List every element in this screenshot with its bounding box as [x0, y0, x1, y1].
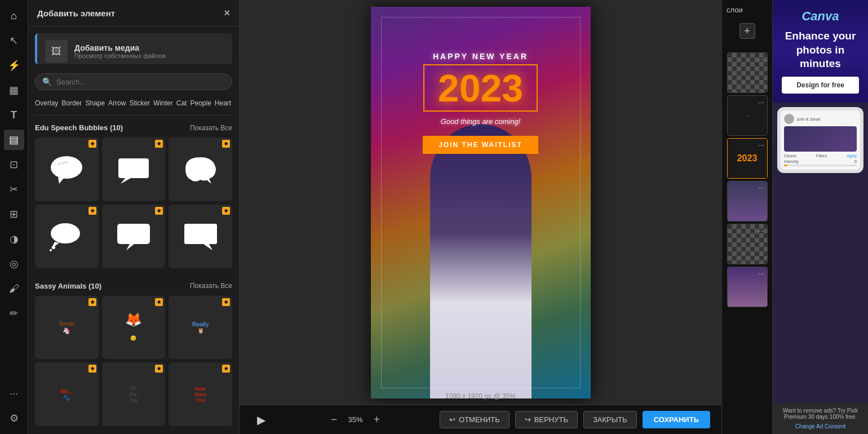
redo-button[interactable]: ↪ ВЕРНУТЬ	[515, 411, 578, 428]
sticker-bubble-1[interactable]: ★	[35, 138, 99, 201]
canva-cta-button[interactable]: Design for free	[782, 77, 859, 94]
circle-half-icon[interactable]: ◑	[4, 229, 24, 249]
phone-filters: Filters	[816, 154, 827, 158]
lightning-icon[interactable]: ⚡	[4, 55, 24, 76]
layer-more-icon[interactable]: ···	[758, 141, 765, 149]
premium-badge: ★	[222, 207, 230, 215]
layer-item-2[interactable]: ··· ···	[727, 95, 768, 136]
filter-border[interactable]: Border	[61, 98, 82, 108]
filter-arrow[interactable]: Arrow	[108, 98, 126, 108]
zoom-out-button[interactable]: −	[331, 413, 338, 426]
add-layer-button[interactable]: +	[739, 23, 755, 39]
sassy-sticker-2[interactable]: ★ 🦊😏	[102, 296, 166, 360]
layer-more-icon[interactable]: ···	[758, 269, 765, 277]
canvas-container[interactable]: › HAPPY NEW YEAR 2023 Good things are co…	[240, 0, 721, 405]
filter-overlay[interactable]: Overlay	[35, 98, 58, 108]
premium-badge: ★	[88, 298, 96, 306]
svg-marker-15	[203, 244, 212, 250]
crop-icon[interactable]: ⊡	[4, 154, 24, 175]
sticker-bubble-6[interactable]: ★	[169, 205, 232, 268]
layer-more-icon[interactable]: ···	[758, 184, 765, 192]
sassy-sticker-3[interactable]: ★ Really🦉	[169, 296, 232, 360]
filter-winter[interactable]: Winter	[153, 98, 173, 108]
zoom-in-button[interactable]: +	[374, 413, 380, 426]
svg-point-8	[51, 223, 80, 243]
woman-photo	[371, 124, 591, 398]
filter-sticker[interactable]: Sticker	[129, 98, 150, 108]
close-button[interactable]: ЗАКРЫТЬ	[583, 411, 637, 428]
undo-arrow: ↩	[449, 415, 455, 424]
sticker-bubble-5[interactable]: ★	[102, 205, 166, 268]
edu-section-title: Edu Speech Bubbles (10)	[35, 123, 123, 132]
sticker-bubble-2[interactable]: ★	[102, 138, 166, 201]
cursor-icon[interactable]: ↖	[4, 30, 24, 51]
bubble-svg-1	[47, 153, 86, 187]
phone-avatar-1	[784, 114, 794, 124]
premium-badge: ★	[155, 365, 163, 373]
layer-item-6[interactable]: ···	[727, 267, 768, 307]
sticker-bubble-4[interactable]: ★	[35, 205, 99, 268]
media-icon: 🖼	[45, 40, 68, 63]
svg-rect-14	[184, 224, 217, 244]
add-element-panel: Добавить элемент × 🖼 Добавить медиа Прос…	[28, 0, 240, 434]
save-button[interactable]: СОХРАНИТЬ	[643, 411, 710, 428]
grid-icon[interactable]: ▦	[4, 80, 24, 100]
bubble-svg-6	[181, 219, 220, 253]
add-media-button[interactable]: 🖼 Добавить медиа Просмотр собственных фа…	[37, 33, 232, 64]
sassy-sticker-1[interactable]: ★ Snob🦄	[35, 296, 99, 360]
play-button[interactable]: ▶	[251, 410, 271, 430]
premium-badge: ★	[88, 365, 96, 373]
sassy-sticker-6[interactable]: ★ HowDareYou	[169, 362, 232, 426]
edu-speech-section: Edu Speech Bubbles (10) Показать Все ★ ★	[28, 118, 239, 276]
layer-more-icon[interactable]: ···	[758, 98, 765, 106]
undo-button[interactable]: ↩ ОТМЕНИТЬ	[440, 411, 510, 428]
layer-more-icon[interactable]: ···	[758, 227, 765, 234]
happy-new-year-text: HAPPY NEW YEAR	[433, 52, 528, 61]
tagline-text: Good things are coming!	[441, 117, 521, 126]
layers-icon[interactable]: ▤	[4, 130, 24, 150]
phone-apply[interactable]: Apply	[847, 154, 857, 158]
filter-heart[interactable]: Heart	[215, 98, 231, 108]
filter-tags: Overlay Border Shape Arrow Sticker Winte…	[28, 96, 239, 113]
layer-item-3[interactable]: 2023 ···	[727, 138, 768, 179]
filter-shape[interactable]: Shape	[85, 98, 105, 108]
redo-arrow: ↪	[525, 415, 531, 424]
brush-icon[interactable]: 🖌	[4, 278, 24, 299]
sassy-show-all-button[interactable]: Показать Все	[190, 282, 232, 290]
layer-more-icon[interactable]: ···	[758, 55, 765, 63]
pen-icon[interactable]: ✏	[4, 303, 24, 324]
bubble-svg-4	[47, 219, 86, 253]
search-icon: 🔍	[42, 77, 52, 86]
edu-show-all-button[interactable]: Показать Все	[190, 124, 232, 132]
filter-cat[interactable]: Cat	[176, 98, 187, 108]
sassy-sticker-4[interactable]: ★ No...🐾	[35, 362, 99, 426]
sassy-sticker-5[interactable]: ★ Ha-Ha-Ha	[102, 362, 166, 426]
scissors-icon[interactable]: ✂	[4, 179, 24, 200]
phone-slider-progress	[784, 165, 787, 166]
more-dots-icon[interactable]: ···	[4, 383, 24, 404]
premium-badge: ★	[88, 140, 96, 148]
layer-item-5[interactable]: ···	[727, 224, 768, 264]
phone-cancel[interactable]: Cancel	[784, 154, 796, 158]
sticker-bubble-3[interactable]: ★	[169, 138, 232, 201]
layer-item-4[interactable]: ···	[727, 181, 768, 222]
close-panel-button[interactable]: ×	[224, 8, 230, 18]
waitlist-button[interactable]: JOIN THE WAITLIST	[423, 136, 538, 154]
svg-marker-7	[206, 179, 211, 184]
home-icon[interactable]: ⌂	[4, 6, 24, 26]
text-icon[interactable]: T	[4, 105, 24, 125]
globe-icon[interactable]: ◎	[4, 254, 24, 274]
sassy-animals-section: Sassy Animals (10) Показать Все ★ Snob🦄 …	[28, 276, 239, 434]
premium-badge: ★	[155, 140, 163, 148]
canvas-image[interactable]: HAPPY NEW YEAR 2023 Good things are comi…	[371, 7, 591, 398]
adjust-icon[interactable]: ⊞	[4, 204, 24, 224]
add-panel-title: Добавить элемент	[37, 8, 115, 18]
premium-badge: ★	[155, 298, 163, 306]
premium-badge: ★	[222, 298, 230, 306]
filter-people[interactable]: People	[190, 98, 211, 108]
sassy-section-title: Sassy Animals (10)	[35, 282, 101, 290]
change-consent-link[interactable]: Change Ad Consent	[773, 422, 868, 434]
search-input[interactable]	[56, 78, 225, 86]
layer-item-1[interactable]: ···	[727, 52, 768, 93]
settings-icon[interactable]: ⚙	[4, 408, 24, 428]
